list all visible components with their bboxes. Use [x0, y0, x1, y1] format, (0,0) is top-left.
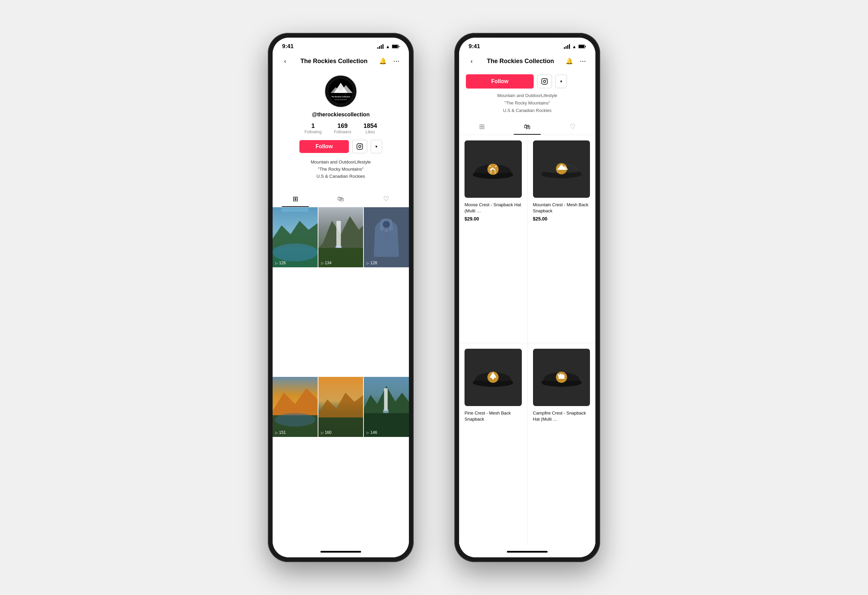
svg-point-28: [275, 413, 315, 427]
shop-tabs: ⊞ 🛍 ♡: [459, 118, 595, 135]
svg-rect-57: [562, 378, 564, 379]
following-count: 1: [311, 123, 314, 130]
likes-tab-icon: ♡: [383, 195, 389, 203]
svg-rect-10: [357, 144, 363, 149]
video-count-3: ▷ 128: [366, 260, 377, 265]
shop-tab-shop[interactable]: 🛍: [505, 118, 550, 135]
signal-icon-2: [564, 44, 570, 49]
home-indicator-2: [459, 546, 595, 557]
avatar-logo: The Rockies Collection Souvenir & Boutiq…: [327, 78, 354, 105]
notification-icon-1[interactable]: 🔔: [377, 55, 388, 67]
product-price-1: $29.00: [465, 216, 522, 222]
back-button-2[interactable]: ‹: [466, 55, 477, 67]
shop-content: Follow ▾ Mountain and OutdoorLifestyle "…: [459, 70, 595, 546]
following-label: Following: [304, 130, 322, 134]
video-count-2: ▷ 134: [321, 260, 332, 265]
shop-tab-videos[interactable]: ⊞: [459, 118, 505, 135]
video-count-1: ▷ 126: [275, 260, 286, 265]
following-stat: 1 Following: [304, 123, 322, 134]
videos-tab-icon: ⊞: [292, 195, 298, 203]
battery-icon-2: [579, 44, 586, 49]
wifi-icon-2: ▲: [572, 44, 576, 49]
product-image-1: [465, 141, 522, 198]
video-count-5: ▷ 160: [321, 430, 332, 435]
tabs-1: ⊞ 🛍 ♡: [273, 191, 409, 207]
video-thumb-1[interactable]: ▷ 126: [273, 207, 318, 267]
shop-follow-row: Follow ▾: [459, 70, 595, 92]
instagram-button-2[interactable]: [537, 75, 552, 88]
svg-rect-55: [562, 374, 564, 376]
likes-stat: 1854 Likes: [363, 123, 377, 134]
video-thumb-3[interactable]: ▷ 128: [364, 207, 409, 267]
svg-text:Souvenir & Boutique: Souvenir & Boutique: [335, 99, 347, 101]
product-name-1: Moose Crest - Snapback Hat (Multi …: [465, 202, 522, 214]
svg-rect-40: [542, 79, 548, 84]
bio-text-1: Mountain and OutdoorLifestyle "The Rocky…: [311, 159, 371, 180]
shop-likes-icon: ♡: [570, 123, 576, 130]
product-name-3: Pine Crest - Mesh Back Snapback: [465, 410, 522, 422]
svg-rect-39: [585, 46, 586, 47]
shop-tab-icon: 🛍: [337, 195, 344, 203]
more-icon-1[interactable]: ···: [391, 55, 402, 67]
tab-likes[interactable]: ♡: [363, 191, 409, 207]
video-thumb-2[interactable]: ▷ 134: [318, 207, 363, 267]
svg-point-24: [383, 221, 390, 228]
product-card-1[interactable]: Moose Crest - Snapback Hat (Multi … $29.…: [459, 135, 527, 343]
svg-rect-20: [337, 221, 341, 248]
status-icons-2: ▲: [564, 44, 586, 49]
video-thumb-4[interactable]: ▷ 151: [273, 377, 318, 437]
svg-point-16: [273, 244, 318, 262]
username: @therockiescollection: [312, 112, 370, 118]
product-image-4: [533, 349, 590, 406]
product-grid: Moose Crest - Snapback Hat (Multi … $29.…: [459, 135, 595, 546]
hat-svg-2: [536, 147, 587, 191]
nav-bar-2: ‹ The Rockies Collection 🔔 ···: [459, 53, 595, 70]
hat-svg-1: [468, 147, 518, 191]
svg-rect-1: [392, 45, 398, 48]
status-bar-1: 9:41 ▲: [273, 38, 409, 53]
notification-icon-2[interactable]: 🔔: [564, 55, 575, 67]
status-bar-2: 9:41 ▲: [459, 38, 595, 53]
follow-button-1[interactable]: Follow: [300, 140, 349, 153]
svg-rect-56: [559, 378, 561, 379]
back-button-1[interactable]: ‹: [279, 55, 291, 67]
video-grid: ▷ 126: [273, 207, 409, 546]
product-card-3[interactable]: Pine Crest - Mesh Back Snapback: [459, 343, 527, 546]
svg-point-43: [487, 163, 499, 175]
svg-point-41: [543, 80, 546, 83]
dropdown-button-1[interactable]: ▾: [371, 140, 382, 153]
tab-videos[interactable]: ⊞: [273, 191, 318, 207]
status-time-1: 9:41: [282, 43, 294, 50]
bio-text-2: Mountain and OutdoorLifestyle "The Rocky…: [459, 92, 595, 118]
home-indicator-1: [273, 546, 409, 557]
instagram-button-1[interactable]: [352, 140, 367, 153]
followers-stat: 169 Followers: [334, 123, 351, 134]
video-thumb-5[interactable]: ▷ 160: [318, 377, 363, 437]
product-name-2: Mountain Crest - Mesh Back Snapback: [533, 202, 590, 214]
svg-rect-34: [384, 388, 388, 411]
tab-shop[interactable]: 🛍: [318, 191, 363, 207]
dropdown-button-2[interactable]: ▾: [555, 75, 567, 88]
hat-svg-4: [536, 355, 587, 399]
svg-rect-50: [492, 378, 494, 380]
product-card-2[interactable]: Mountain Crest - Mesh Back Snapback $25.…: [528, 135, 596, 343]
followers-count: 169: [337, 123, 348, 130]
stats-row: 1 Following 169 Followers 1854 Likes: [304, 123, 377, 134]
svg-point-42: [546, 80, 546, 80]
svg-rect-38: [579, 45, 584, 48]
product-card-4[interactable]: Campfire Crest - Snapback Hat (Multi …: [528, 343, 596, 546]
followers-label: Followers: [334, 130, 351, 134]
likes-count: 1854: [363, 123, 377, 130]
video-count-6: ▷ 146: [366, 430, 377, 435]
profile-top: The Rockies Collection Souvenir & Boutiq…: [273, 70, 409, 191]
follow-button-2[interactable]: Follow: [466, 74, 534, 89]
more-icon-2[interactable]: ···: [577, 55, 589, 67]
video-thumb-6[interactable]: ▷ 146: [364, 377, 409, 437]
svg-rect-17: [281, 207, 309, 212]
shop-tab-likes[interactable]: ♡: [550, 118, 595, 135]
svg-rect-54: [560, 374, 561, 376]
product-price-2: $25.00: [533, 216, 590, 222]
status-time-2: 9:41: [469, 43, 480, 50]
svg-text:The Rockies Collection: The Rockies Collection: [331, 96, 350, 98]
status-icons-1: ▲: [377, 44, 399, 49]
